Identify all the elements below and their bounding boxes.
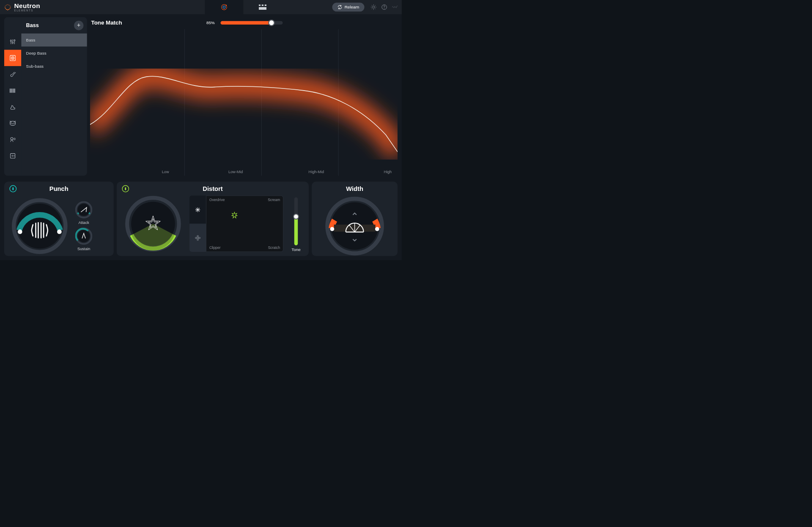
attack-knob[interactable] [75,201,93,218]
module-punch: Punch [4,182,114,256]
width-title: Width [312,185,398,193]
assistant-icon [220,3,228,11]
distort-style-tab-2[interactable] [189,224,206,252]
svg-point-49 [78,230,90,242]
freq-label-lowmid: Low-Mid [194,169,277,174]
svg-rect-18 [259,7,266,10]
svg-point-26 [11,56,14,59]
logo-icon [3,3,12,11]
svg-point-62 [199,237,200,239]
svg-point-9 [5,7,5,8]
sidebar-item-bass[interactable]: Bass [21,33,87,47]
tone-match-title: Tone Match [91,19,122,26]
punch-knob[interactable] [11,198,68,254]
attack-label: Attack [75,220,93,225]
svg-point-44 [18,229,22,234]
sidebar-category-sliders[interactable] [4,33,22,50]
svg-rect-17 [265,5,266,6]
sidebar-item-sub-bass[interactable]: Sub-bass [21,60,87,73]
distort-knob[interactable] [125,196,181,252]
svg-point-2 [10,6,10,6]
flower-icon [195,235,201,241]
svg-point-19 [373,6,375,8]
spectrum-display[interactable]: Low Low-Mid High-Mid High [90,29,398,176]
tone-slider[interactable] [294,197,298,245]
tone-match-percent: 85% [206,20,215,25]
tab-assistant[interactable] [205,0,243,14]
sustain-knob[interactable] [75,227,93,245]
freq-label-low: Low [137,169,194,174]
relearn-button[interactable]: Relearn [332,3,364,11]
wave-icon[interactable] [392,4,398,10]
module-width: Width [312,182,398,256]
freq-label-highmid: High-Mid [277,169,355,174]
app-logo: Neutron ELEMENTS [3,2,40,12]
sidebar-category-clip[interactable] [4,148,22,164]
app-name: Neutron [14,2,40,10]
main-panel: Tone Match 85% [87,14,402,179]
app-header: Neutron ELEMENTS [0,0,402,14]
help-icon[interactable] [381,4,387,10]
sidebar-category-bass[interactable] [4,50,22,66]
modules-row: Punch [0,179,402,260]
svg-point-59 [197,235,199,237]
sidebar-category-brass[interactable] [4,99,22,115]
sidebar-panel: Bass + Bass Deep Bass Sub-bass [21,17,87,176]
module-distort: Distort [117,182,309,256]
gear-icon[interactable] [370,4,377,10]
svg-rect-28 [10,88,11,93]
svg-point-21 [384,8,384,8]
svg-point-11 [6,5,7,5]
tone-label: Tone [291,247,300,252]
svg-point-0 [7,4,8,5]
svg-rect-30 [13,88,14,93]
tab-detail[interactable] [243,0,282,14]
svg-point-33 [11,137,13,140]
pad-label-clipper: Clipper [206,244,224,251]
pad-label-scream: Scream [265,196,283,204]
svg-point-1 [8,5,9,5]
sidebar-item-deep-bass[interactable]: Deep Bass [21,47,87,60]
svg-rect-15 [259,5,261,6]
svg-rect-16 [262,5,263,6]
width-knob[interactable] [325,196,384,256]
distort-style-tab-1[interactable] [189,196,206,224]
sidebar-icon-column [4,17,22,176]
sparkle-icon [195,207,201,212]
punch-power-button[interactable] [9,185,16,193]
svg-rect-31 [14,88,15,93]
svg-rect-29 [11,88,12,93]
svg-point-22 [10,40,11,41]
svg-point-71 [330,227,335,231]
sidebar-category-keys[interactable] [4,83,22,99]
sustain-label: Sustain [75,246,93,251]
svg-point-23 [12,42,14,43]
add-preset-button[interactable]: + [74,21,83,30]
pad-cursor-icon [231,212,238,219]
sidebar-category-drums[interactable] [4,115,22,132]
freq-label-high: High [355,169,398,174]
distort-power-button[interactable] [122,185,129,192]
pad-label-scratch: Scratch [265,244,283,251]
svg-point-45 [57,229,62,234]
relearn-label: Relearn [345,5,359,9]
sidebar-category-voice[interactable] [4,131,22,148]
freq-labels: Low Low-Mid High-Mid High [90,169,398,174]
distort-title: Distort [117,185,309,192]
svg-rect-25 [10,55,16,61]
svg-point-8 [5,8,6,9]
svg-point-5 [8,9,9,10]
svg-point-13 [223,6,225,8]
tone-match-slider[interactable] [221,21,283,25]
sidebar-category-guitar[interactable] [4,66,22,83]
sidebar: Bass + Bass Deep Bass Sub-bass [4,17,87,176]
svg-point-7 [6,9,7,10]
svg-point-27 [12,57,14,58]
svg-point-58 [197,237,199,239]
detail-icon [259,5,266,10]
svg-point-60 [197,239,199,240]
relearn-icon [337,5,342,9]
distort-xy-pad[interactable]: Overdrive Scream Clipper Scratch [206,196,283,252]
svg-point-72 [375,227,379,231]
svg-point-14 [225,5,227,6]
